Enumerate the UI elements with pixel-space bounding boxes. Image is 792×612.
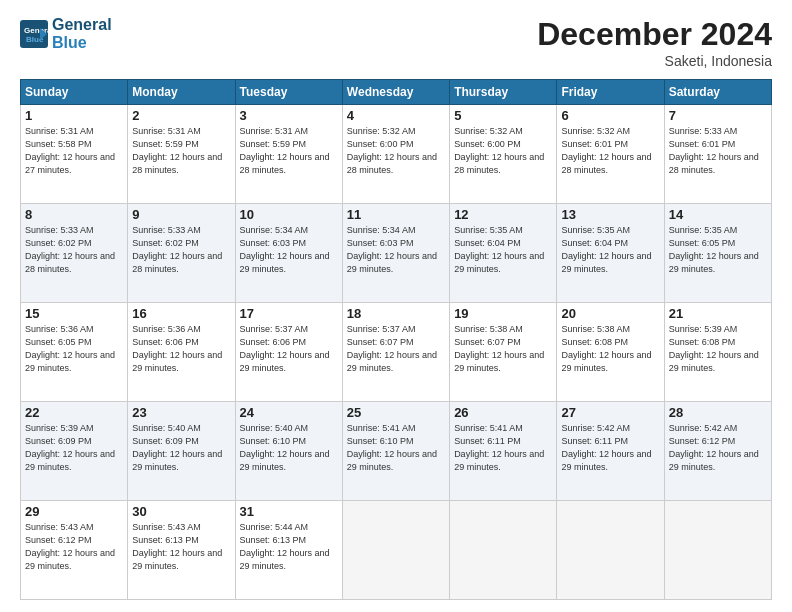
header-day-monday: Monday [128,80,235,105]
day-detail: Sunrise: 5:33 AMSunset: 6:02 PMDaylight:… [132,224,230,276]
calendar-cell: 15Sunrise: 5:36 AMSunset: 6:05 PMDayligh… [21,303,128,402]
calendar-header-row: SundayMondayTuesdayWednesdayThursdayFrid… [21,80,772,105]
calendar-cell: 1Sunrise: 5:31 AMSunset: 5:58 PMDaylight… [21,105,128,204]
calendar-cell: 25Sunrise: 5:41 AMSunset: 6:10 PMDayligh… [342,402,449,501]
day-number: 30 [132,504,230,519]
day-detail: Sunrise: 5:31 AMSunset: 5:58 PMDaylight:… [25,125,123,177]
logo-icon: General Blue [20,20,48,48]
day-detail: Sunrise: 5:40 AMSunset: 6:09 PMDaylight:… [132,422,230,474]
header-day-tuesday: Tuesday [235,80,342,105]
header-day-sunday: Sunday [21,80,128,105]
calendar-table: SundayMondayTuesdayWednesdayThursdayFrid… [20,79,772,600]
day-detail: Sunrise: 5:32 AMSunset: 6:00 PMDaylight:… [454,125,552,177]
day-number: 2 [132,108,230,123]
calendar-cell: 6Sunrise: 5:32 AMSunset: 6:01 PMDaylight… [557,105,664,204]
day-number: 28 [669,405,767,420]
day-detail: Sunrise: 5:39 AMSunset: 6:09 PMDaylight:… [25,422,123,474]
day-number: 7 [669,108,767,123]
day-number: 12 [454,207,552,222]
day-number: 19 [454,306,552,321]
day-number: 26 [454,405,552,420]
day-detail: Sunrise: 5:35 AMSunset: 6:05 PMDaylight:… [669,224,767,276]
title-block: December 2024 Saketi, Indonesia [537,16,772,69]
day-detail: Sunrise: 5:42 AMSunset: 6:11 PMDaylight:… [561,422,659,474]
calendar-cell: 2Sunrise: 5:31 AMSunset: 5:59 PMDaylight… [128,105,235,204]
calendar-cell: 19Sunrise: 5:38 AMSunset: 6:07 PMDayligh… [450,303,557,402]
day-number: 4 [347,108,445,123]
day-number: 24 [240,405,338,420]
page: General Blue General Blue December 2024 … [0,0,792,612]
day-number: 23 [132,405,230,420]
calendar-cell: 29Sunrise: 5:43 AMSunset: 6:12 PMDayligh… [21,501,128,600]
day-detail: Sunrise: 5:43 AMSunset: 6:13 PMDaylight:… [132,521,230,573]
day-detail: Sunrise: 5:40 AMSunset: 6:10 PMDaylight:… [240,422,338,474]
day-number: 25 [347,405,445,420]
day-detail: Sunrise: 5:43 AMSunset: 6:12 PMDaylight:… [25,521,123,573]
logo-text-blue: Blue [52,34,112,52]
day-detail: Sunrise: 5:36 AMSunset: 6:05 PMDaylight:… [25,323,123,375]
header: General Blue General Blue December 2024 … [20,16,772,69]
calendar-cell: 3Sunrise: 5:31 AMSunset: 5:59 PMDaylight… [235,105,342,204]
day-number: 16 [132,306,230,321]
calendar-week-row-5: 29Sunrise: 5:43 AMSunset: 6:12 PMDayligh… [21,501,772,600]
calendar-cell: 26Sunrise: 5:41 AMSunset: 6:11 PMDayligh… [450,402,557,501]
day-detail: Sunrise: 5:38 AMSunset: 6:08 PMDaylight:… [561,323,659,375]
calendar-cell: 14Sunrise: 5:35 AMSunset: 6:05 PMDayligh… [664,204,771,303]
day-detail: Sunrise: 5:41 AMSunset: 6:11 PMDaylight:… [454,422,552,474]
day-number: 17 [240,306,338,321]
calendar-cell: 20Sunrise: 5:38 AMSunset: 6:08 PMDayligh… [557,303,664,402]
location: Saketi, Indonesia [537,53,772,69]
calendar-cell: 9Sunrise: 5:33 AMSunset: 6:02 PMDaylight… [128,204,235,303]
calendar-week-row-4: 22Sunrise: 5:39 AMSunset: 6:09 PMDayligh… [21,402,772,501]
calendar-cell [557,501,664,600]
day-number: 18 [347,306,445,321]
month-title: December 2024 [537,16,772,53]
calendar-cell: 17Sunrise: 5:37 AMSunset: 6:06 PMDayligh… [235,303,342,402]
day-number: 5 [454,108,552,123]
calendar-cell: 11Sunrise: 5:34 AMSunset: 6:03 PMDayligh… [342,204,449,303]
calendar-cell: 10Sunrise: 5:34 AMSunset: 6:03 PMDayligh… [235,204,342,303]
calendar-cell: 8Sunrise: 5:33 AMSunset: 6:02 PMDaylight… [21,204,128,303]
day-detail: Sunrise: 5:36 AMSunset: 6:06 PMDaylight:… [132,323,230,375]
day-number: 22 [25,405,123,420]
day-detail: Sunrise: 5:34 AMSunset: 6:03 PMDaylight:… [347,224,445,276]
day-detail: Sunrise: 5:31 AMSunset: 5:59 PMDaylight:… [132,125,230,177]
calendar-cell: 31Sunrise: 5:44 AMSunset: 6:13 PMDayligh… [235,501,342,600]
day-number: 15 [25,306,123,321]
calendar-week-row-3: 15Sunrise: 5:36 AMSunset: 6:05 PMDayligh… [21,303,772,402]
day-number: 10 [240,207,338,222]
calendar-cell [342,501,449,600]
day-detail: Sunrise: 5:34 AMSunset: 6:03 PMDaylight:… [240,224,338,276]
day-detail: Sunrise: 5:39 AMSunset: 6:08 PMDaylight:… [669,323,767,375]
day-detail: Sunrise: 5:44 AMSunset: 6:13 PMDaylight:… [240,521,338,573]
header-day-friday: Friday [557,80,664,105]
calendar-cell [664,501,771,600]
calendar-week-row-2: 8Sunrise: 5:33 AMSunset: 6:02 PMDaylight… [21,204,772,303]
day-number: 27 [561,405,659,420]
day-detail: Sunrise: 5:32 AMSunset: 6:01 PMDaylight:… [561,125,659,177]
calendar-week-row-1: 1Sunrise: 5:31 AMSunset: 5:58 PMDaylight… [21,105,772,204]
header-day-thursday: Thursday [450,80,557,105]
day-detail: Sunrise: 5:33 AMSunset: 6:02 PMDaylight:… [25,224,123,276]
day-number: 8 [25,207,123,222]
calendar-cell: 28Sunrise: 5:42 AMSunset: 6:12 PMDayligh… [664,402,771,501]
calendar-cell: 16Sunrise: 5:36 AMSunset: 6:06 PMDayligh… [128,303,235,402]
logo-text-general: General [52,16,112,34]
header-day-saturday: Saturday [664,80,771,105]
day-detail: Sunrise: 5:33 AMSunset: 6:01 PMDaylight:… [669,125,767,177]
day-detail: Sunrise: 5:37 AMSunset: 6:06 PMDaylight:… [240,323,338,375]
day-detail: Sunrise: 5:32 AMSunset: 6:00 PMDaylight:… [347,125,445,177]
calendar-cell [450,501,557,600]
day-detail: Sunrise: 5:38 AMSunset: 6:07 PMDaylight:… [454,323,552,375]
calendar-body: 1Sunrise: 5:31 AMSunset: 5:58 PMDaylight… [21,105,772,600]
calendar-cell: 30Sunrise: 5:43 AMSunset: 6:13 PMDayligh… [128,501,235,600]
calendar-cell: 7Sunrise: 5:33 AMSunset: 6:01 PMDaylight… [664,105,771,204]
calendar-cell: 13Sunrise: 5:35 AMSunset: 6:04 PMDayligh… [557,204,664,303]
calendar-cell: 21Sunrise: 5:39 AMSunset: 6:08 PMDayligh… [664,303,771,402]
day-detail: Sunrise: 5:35 AMSunset: 6:04 PMDaylight:… [454,224,552,276]
day-number: 20 [561,306,659,321]
day-number: 29 [25,504,123,519]
day-number: 31 [240,504,338,519]
header-day-wednesday: Wednesday [342,80,449,105]
calendar-cell: 24Sunrise: 5:40 AMSunset: 6:10 PMDayligh… [235,402,342,501]
